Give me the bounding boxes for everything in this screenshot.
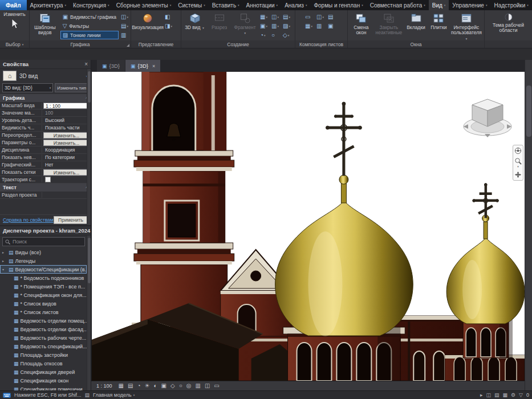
properties-close-icon[interactable]: × (84, 61, 88, 67)
view-control-icon[interactable]: ▤ (128, 383, 133, 389)
ribbon-tab[interactable]: Файл (0, 0, 27, 10)
presentation-tool-button[interactable]: ◧ (164, 13, 173, 21)
ribbon-tab[interactable]: Вид ▾ (429, 0, 449, 10)
ribbon-tab[interactable]: Формы и генплан ▾ (310, 0, 366, 10)
view-control-icon[interactable]: ◫ (205, 383, 210, 389)
tree-item[interactable]: ▦ * Список видов (0, 299, 87, 308)
status-tool-icon[interactable]: ▸ (480, 392, 483, 398)
close-tab-icon[interactable]: × (152, 63, 155, 69)
graphics-row-button[interactable]: ▽ Фильтры (60, 22, 119, 30)
ribbon-tab[interactable]: Надстройки ▾ (490, 0, 531, 10)
section-graphics[interactable]: Графика ^ (0, 94, 91, 102)
create-view-button[interactable]: ▦ ▾ (259, 13, 270, 21)
view-control-icon[interactable]: ◔ (137, 383, 140, 389)
browser-scrollbar[interactable] (87, 235, 91, 390)
property-value[interactable]: По категории (43, 154, 90, 160)
property-value[interactable]: Изменить... (43, 169, 90, 176)
view-tab[interactable]: ▣ {3D} × (125, 60, 160, 72)
tree-item[interactable]: ▦ Спецификация окон (0, 376, 87, 385)
dialog-launcher-icon[interactable] (127, 44, 129, 47)
ribbon-tab[interactable]: Анализ ▾ (281, 0, 310, 10)
panel-label-sheets[interactable]: Композиция листов (295, 40, 347, 48)
sheet-tool-button[interactable]: ▥ (316, 22, 327, 30)
status-tool-icon[interactable]: ▦ (502, 392, 507, 398)
graphics-tool-button[interactable]: ▤ ▾ (120, 22, 129, 30)
tree-item[interactable]: ▸ ▤ Виды (все) (0, 248, 87, 256)
property-value[interactable]: Высокий (43, 117, 90, 123)
properties-help-link[interactable]: Справка по свойствам (3, 217, 54, 223)
properties-scrollbar[interactable] (87, 69, 91, 225)
viewport-scrollbar[interactable] (525, 60, 532, 390)
drawing-area[interactable]: ▾ (91, 72, 525, 381)
pan-icon[interactable] (514, 171, 522, 178)
graphics-row-button[interactable]: ▣ Видимость/ графика (60, 13, 119, 21)
property-value[interactable]: Изменить... (43, 132, 90, 139)
ribbon-tab[interactable]: Архитектура ▾ (27, 0, 70, 10)
tree-item[interactable]: ▦ * Список листов (0, 308, 87, 316)
active-model-label[interactable]: Главная модель ▾ (93, 392, 135, 398)
tab-views-button[interactable]: Вкладки (405, 11, 427, 31)
tree-item[interactable]: ▦ Площадь застройки (0, 351, 87, 359)
view-instance-select[interactable]: 3D вид: {3D} ▾ (2, 83, 53, 92)
modify-button[interactable]: Изменить (3, 11, 26, 31)
church-3d-model[interactable] (92, 72, 525, 381)
tree-item[interactable]: ▸ ▤ Легенды (0, 256, 87, 265)
view-control-icon[interactable]: ▭ (214, 383, 219, 389)
view-control-icon[interactable]: ○ (179, 383, 182, 389)
project-browser-close-icon[interactable]: × (90, 227, 91, 234)
view-control-icon[interactable]: ▦ (119, 383, 124, 389)
ribbon-tab[interactable]: Управление ▾ (449, 0, 490, 10)
presentation-tool-button[interactable]: ◨ ▾ (164, 22, 173, 30)
status-tool-icon[interactable]: ⚙ (511, 392, 515, 398)
panel-label-select[interactable]: Выбор▾ (0, 40, 29, 48)
property-value[interactable] (43, 177, 90, 183)
zoom-icon[interactable]: ▾ (514, 157, 522, 168)
worksets-icon[interactable]: ▤ (85, 392, 90, 398)
graphics-row-button[interactable]: ▨ Тонкие линии (60, 31, 119, 39)
ribbon-tab[interactable]: Сборные элементы ▾ (113, 0, 175, 10)
close-inactive-button[interactable]: Закрыть неактивные (375, 11, 403, 36)
graphics-tool-button[interactable]: ▥ (120, 31, 129, 39)
ribbon-tab[interactable]: Конструкция ▾ (70, 0, 113, 10)
create-view-button[interactable]: ○ (271, 31, 282, 39)
sheet-tool-button[interactable]: ▦ ▾ (304, 22, 315, 30)
edit-type-button[interactable]: Изменить тип (55, 83, 88, 92)
view-control-icon[interactable]: ◐ (153, 383, 157, 389)
panel-label-windows[interactable]: Окна (348, 40, 484, 48)
switch-windows-button[interactable]: Смена окон (350, 11, 373, 36)
tree-item[interactable]: ▦ Ведомость рабочих черте... (0, 333, 87, 342)
workspace-theme-button[interactable]: Тема рабочей области (488, 11, 530, 34)
view-control-icon[interactable]: ▣ (161, 383, 166, 389)
expand-icon[interactable]: ▸ (2, 259, 7, 263)
property-value[interactable]: Изменить... (43, 140, 90, 146)
create-view-button[interactable]: ▥ ▾ (271, 22, 282, 30)
view-templates-button[interactable]: Шаблоны видов (31, 11, 59, 36)
status-tool-icon[interactable]: ▽ (519, 392, 523, 398)
create-view-button[interactable]: ▤ ▾ (282, 13, 293, 21)
view-control-icon[interactable]: ◎ (186, 383, 192, 389)
tree-item[interactable]: ▦ Ведомость спецификаций... (0, 342, 87, 351)
property-value[interactable]: 100 (43, 110, 90, 116)
sheet-tool-button[interactable]: ▤ (327, 13, 338, 21)
section-text[interactable]: Текст ^ (0, 184, 91, 192)
create-view-button[interactable]: ▣ ▾ (259, 22, 270, 30)
user-interface-button[interactable]: Интерфейс пользователя ▼ (450, 11, 482, 40)
sheet-tool-button[interactable]: ◫ ▾ (316, 13, 327, 21)
view-control-icon[interactable]: ☀ (144, 383, 149, 389)
tree-item[interactable]: ▦ * Помещения ТЭП - все п... (0, 282, 87, 291)
scrollbar-thumb[interactable] (526, 85, 531, 137)
create-view-button[interactable]: ▨ ▾ (282, 22, 293, 30)
ribbon-tab[interactable]: Аннотации ▾ (243, 0, 282, 10)
tree-item[interactable]: ▾ ▤ Ведомости/Спецификации (в... (0, 265, 87, 274)
tree-item[interactable]: ▦ * Спецификация окон для... (0, 291, 87, 299)
expand-icon[interactable]: ▾ (2, 267, 7, 271)
graphics-tool-button[interactable]: ◫ ▾ (120, 13, 129, 21)
tile-views-button[interactable]: Плитки (429, 11, 449, 31)
ribbon-tab[interactable]: Совместная работа ▾ (367, 0, 429, 10)
panel-label-create[interactable]: Создание (181, 40, 295, 48)
ribbon-tab[interactable]: Вставить ▾ (209, 0, 243, 10)
ribbon-tab[interactable]: Системы ▾ (174, 0, 208, 10)
status-tool-icon[interactable]: ◫ (486, 392, 491, 398)
status-tool-icon[interactable]: ▤ (494, 392, 499, 398)
render-button[interactable]: Визуализация (133, 11, 163, 31)
